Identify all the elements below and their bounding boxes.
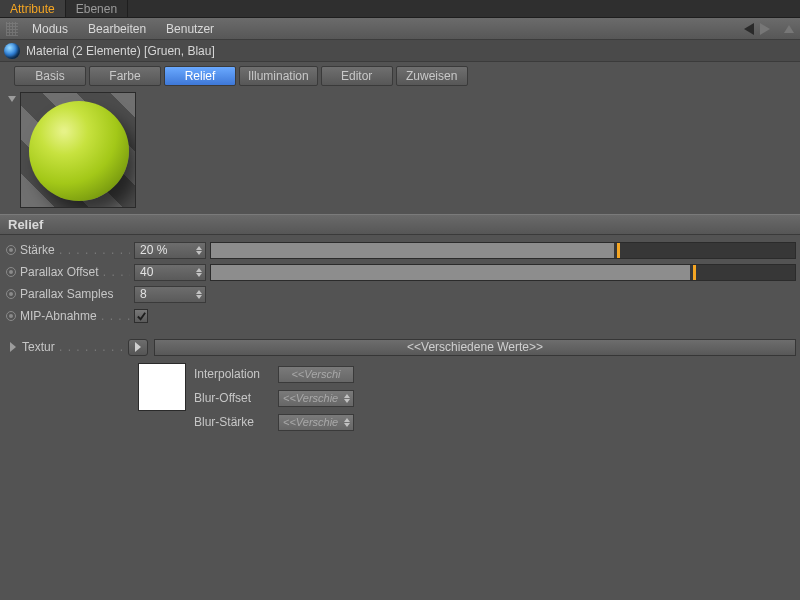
row-mip-abnahme: MIP-Abnahme [4,305,800,327]
field-blur-staerke[interactable]: <<Verschie [278,414,354,431]
value-parallax-samples: 8 [140,287,147,301]
history-back-icon[interactable] [744,23,754,35]
label-parallax-samples: Parallax Samples [20,287,130,301]
label-blur-staerke: Blur-Stärke [194,415,272,429]
menu-modus[interactable]: Modus [22,19,78,39]
value-blur-staerke: <<Verschie [283,416,338,428]
label-blur-offset: Blur-Offset [194,391,272,405]
tab-attribute[interactable]: Attribute [0,0,66,17]
textur-fields: Interpolation <<Verschi Blur-Offset <<Ve… [194,363,354,431]
slider-handle[interactable] [693,265,696,280]
section-header-relief: Relief [0,214,800,235]
menubar: Modus Bearbeiten Benutzer [0,18,800,40]
textur-detail: Interpolation <<Verschi Blur-Offset <<Ve… [4,359,800,431]
channel-tabs: Basis Farbe Relief Illumination Editor Z… [0,62,800,90]
slider-staerke[interactable] [210,242,796,259]
slider-parallax-offset[interactable] [210,264,796,281]
value-parallax-offset: 40 [140,265,153,279]
textur-picker-button[interactable] [128,339,148,356]
row-parallax-offset: Parallax Offset 40 [4,261,800,283]
spinner-staerke[interactable] [195,246,205,255]
tab-basis[interactable]: Basis [14,66,86,86]
keyframe-toggle-parallax-offset[interactable] [6,267,16,277]
row-parallax-samples: Parallax Samples 8 [4,283,800,305]
history-up-icon[interactable] [784,25,794,33]
slider-handle[interactable] [617,243,620,258]
spinner-blur-offset[interactable] [343,394,353,403]
relief-params: Stärke 20 % Parallax Offset 40 Parallax … [0,235,800,431]
material-icon [4,43,20,59]
textur-swatch[interactable] [138,363,186,411]
history-forward-icon[interactable] [760,23,776,35]
object-title: Material (2 Elemente) [Gruen, Blau] [26,44,215,58]
spinner-parallax-samples[interactable] [195,290,205,299]
tab-editor[interactable]: Editor [321,66,393,86]
row-staerke: Stärke 20 % [4,239,800,261]
menu-bearbeiten[interactable]: Bearbeiten [78,19,156,39]
row-blur-offset: Blur-Offset <<Verschie [194,389,354,407]
textur-value[interactable]: <<Verschiedene Werte>> [154,339,796,356]
triangle-right-icon [135,342,141,352]
field-parallax-samples[interactable]: 8 [134,286,206,303]
spinner-parallax-offset[interactable] [195,268,205,277]
preview-sphere [29,101,129,201]
field-staerke[interactable]: 20 % [134,242,206,259]
menu-benutzer[interactable]: Benutzer [156,19,224,39]
label-textur: Textur [22,340,122,354]
panel-tabs: Attribute Ebenen [0,0,800,18]
label-staerke: Stärke [20,243,130,257]
tab-relief[interactable]: Relief [164,66,236,86]
checkbox-mip[interactable] [134,309,148,323]
slider-fill [211,243,614,258]
value-staerke: 20 % [140,243,167,257]
object-title-bar: Material (2 Elemente) [Gruen, Blau] [0,40,800,62]
check-icon [136,311,147,322]
row-textur: Textur <<Verschiedene Werte>> [4,335,800,359]
label-parallax-offset: Parallax Offset [20,265,130,279]
keyframe-toggle-staerke[interactable] [6,245,16,255]
row-blur-staerke: Blur-Stärke <<Verschie [194,413,354,431]
textur-expand-icon[interactable] [10,342,16,352]
field-interpolation[interactable]: <<Verschi [278,366,354,383]
tab-farbe[interactable]: Farbe [89,66,161,86]
field-blur-offset[interactable]: <<Verschie [278,390,354,407]
row-interpolation: Interpolation <<Verschi [194,365,354,383]
tab-ebenen[interactable]: Ebenen [66,0,128,17]
tab-zuweisen[interactable]: Zuweisen [396,66,468,86]
label-mip: MIP-Abnahme [20,309,130,323]
slider-fill [211,265,690,280]
tab-illumination[interactable]: Illumination [239,66,318,86]
preview-row [0,90,800,214]
label-interpolation: Interpolation [194,367,272,381]
grip-icon[interactable] [6,22,18,36]
preview-collapse-icon[interactable] [8,96,16,102]
spinner-blur-staerke[interactable] [343,418,353,427]
keyframe-toggle-parallax-samples[interactable] [6,289,16,299]
field-parallax-offset[interactable]: 40 [134,264,206,281]
keyframe-toggle-mip[interactable] [6,311,16,321]
value-blur-offset: <<Verschie [283,392,338,404]
material-preview[interactable] [20,92,136,208]
